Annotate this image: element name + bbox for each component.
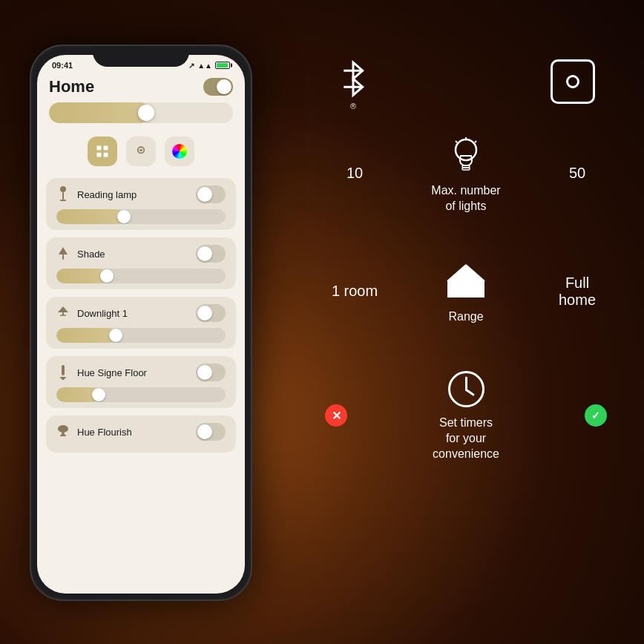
downlight1-toggle[interactable]	[196, 304, 226, 322]
reading-lamp-slider[interactable]	[56, 209, 226, 224]
downlight1-slider[interactable]	[56, 328, 226, 343]
light-name-reading-lamp: Reading lamp	[77, 189, 137, 200]
bluetooth-reg: ®	[350, 102, 356, 111]
house-icon-container	[444, 259, 488, 303]
timers-row: ✕ Set timersfor yourconvenience ✓	[310, 354, 622, 476]
svg-line-24	[475, 141, 476, 142]
range-label: Range	[448, 309, 483, 325]
top-icons-row: ®	[310, 45, 622, 118]
signe-floor-toggle[interactable]	[196, 364, 226, 381]
main-content: 09:41 ↗ ▲▲ Home	[0, 0, 644, 644]
bridge-icon	[551, 59, 595, 104]
location-icon: ↗	[188, 62, 194, 70]
wifi-icon: ▲▲	[197, 62, 212, 70]
light-name-shade: Shade	[77, 249, 105, 260]
svg-rect-16	[62, 433, 65, 435]
light-item-downlight1: Downlight 1	[46, 297, 236, 349]
signe-floor-icon	[56, 364, 70, 381]
svg-point-6	[60, 186, 66, 192]
bulb-icon-container	[447, 133, 484, 177]
range-center: Range	[392, 259, 540, 325]
bridge-range: Full home	[548, 275, 607, 309]
home-header: Home	[37, 73, 245, 102]
svg-point-15	[58, 425, 68, 433]
light-item-shade: Shade	[46, 237, 236, 289]
svg-line-25	[456, 141, 457, 142]
max-lights-center: Max. numberof lights	[392, 133, 540, 214]
shade-slider[interactable]	[56, 269, 226, 283]
max-lights-label: Max. numberof lights	[431, 183, 500, 214]
shade-icon	[56, 245, 70, 263]
svg-rect-9	[62, 254, 64, 260]
home-toggle[interactable]	[203, 78, 233, 96]
svg-rect-12	[62, 365, 65, 375]
bt-max-lights: 10	[325, 165, 384, 182]
shade-toggle[interactable]	[196, 245, 226, 263]
tab-rooms[interactable]	[126, 137, 156, 166]
phone-screen: 09:41 ↗ ▲▲ Home	[37, 55, 245, 594]
svg-rect-2	[97, 153, 102, 157]
svg-rect-3	[104, 153, 108, 157]
status-icons: ↗ ▲▲	[188, 62, 230, 70]
flourish-toggle[interactable]	[196, 423, 226, 441]
svg-rect-1	[104, 146, 108, 151]
downlight-icon	[56, 304, 70, 322]
svg-rect-7	[62, 192, 64, 200]
max-lights-row: 10 Max. numberof lights 50	[310, 118, 622, 229]
phone-mockup: 09:41 ↗ ▲▲ Home	[30, 45, 252, 601]
lamp-icon	[56, 185, 70, 203]
tab-colors[interactable]	[165, 137, 194, 166]
clock-icon	[446, 369, 487, 410]
light-name-downlight1: Downlight 1	[77, 308, 128, 319]
phone-notch	[93, 46, 189, 67]
light-item-reading-lamp: Reading lamp	[46, 178, 236, 230]
light-item-flourish: Hue Flourish	[46, 415, 236, 453]
svg-rect-14	[62, 378, 65, 380]
bt-range: 1 room	[325, 283, 384, 300]
signe-floor-slider[interactable]	[56, 387, 226, 402]
bridge-circle	[566, 75, 579, 88]
tab-scenes[interactable]	[88, 137, 117, 166]
bulb-icon	[451, 135, 481, 176]
svg-rect-8	[60, 200, 66, 201]
clock-icon-container	[446, 369, 487, 410]
tab-bar	[37, 131, 245, 172]
svg-rect-13	[60, 377, 66, 378]
svg-rect-22	[462, 168, 470, 170]
bluetooth-feature: ®	[337, 59, 369, 111]
master-brightness-slider[interactable]	[49, 102, 233, 123]
light-name-flourish: Hue Flourish	[77, 427, 132, 438]
svg-point-5	[139, 149, 142, 151]
bridge-timers-status: ✓	[585, 404, 607, 427]
right-content-area: ® 10	[310, 45, 622, 623]
light-item-signe-floor: Hue Signe Floor	[46, 356, 236, 408]
bluetooth-icon	[337, 59, 369, 100]
svg-line-28	[466, 390, 473, 395]
range-row: 1 room Range Full home	[310, 244, 622, 340]
svg-rect-17	[60, 435, 66, 436]
svg-rect-0	[97, 146, 102, 151]
battery-icon	[215, 62, 230, 69]
flourish-icon	[56, 423, 70, 441]
reading-lamp-toggle[interactable]	[196, 185, 226, 203]
timers-label: Set timersfor yourconvenience	[433, 415, 499, 461]
house-icon	[444, 259, 488, 303]
light-name-signe-floor: Hue Signe Floor	[77, 367, 147, 378]
hue-bridge-feature	[551, 59, 595, 111]
status-time: 09:41	[52, 61, 73, 70]
svg-point-20	[456, 139, 476, 160]
timers-center: Set timersfor yourconvenience	[392, 369, 540, 461]
home-title: Home	[49, 77, 94, 96]
bridge-max-lights: 50	[548, 165, 607, 182]
bt-timers-status: ✕	[325, 404, 347, 427]
